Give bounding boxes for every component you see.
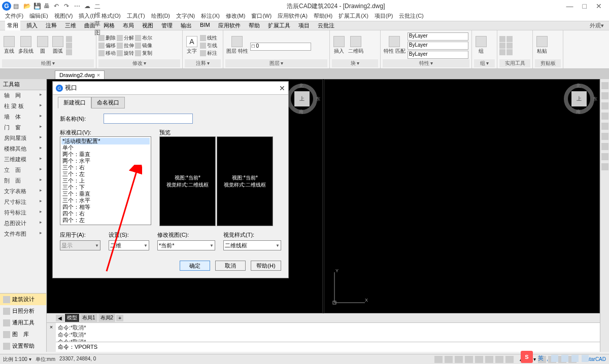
lineweight-combo[interactable]: ByLayer <box>408 51 468 59</box>
list-item[interactable]: 三个：水平 <box>61 197 150 204</box>
grid-icon[interactable] <box>445 356 453 363</box>
erase-button[interactable]: 删除 分解 布尔 <box>98 34 152 42</box>
appearance-menu[interactable]: 外观▾ <box>590 22 609 29</box>
minimize-icon[interactable]: — <box>566 2 573 10</box>
tab-view[interactable]: 视图 <box>140 21 155 30</box>
preview-pane-1[interactable]: 视图:*当前*视觉样式:二维线框 <box>159 136 216 226</box>
scale-display[interactable]: 比例 1:100 ▾ <box>3 356 31 363</box>
otrack-icon[interactable] <box>485 356 493 363</box>
list-item[interactable]: 四个：相等 <box>61 204 150 210</box>
toolbox-dimension[interactable]: 尺寸标注▸ <box>0 197 46 207</box>
list-item[interactable]: 三个：上 <box>61 177 150 184</box>
text-button[interactable]: A文字 <box>185 35 199 56</box>
rtb-icon[interactable] <box>601 92 608 99</box>
share-icon[interactable]: ⋯ <box>74 3 81 10</box>
menu-ext[interactable]: 扩展工具(X) <box>339 12 368 21</box>
color-combo[interactable]: ByLayer <box>408 32 468 41</box>
cloud-icon[interactable]: ☁ <box>84 3 91 10</box>
osnap-icon[interactable] <box>475 356 483 363</box>
ok-button[interactable]: 确定 <box>180 261 210 271</box>
ime-icon[interactable] <box>561 355 568 362</box>
list-item[interactable]: 三个：右 <box>61 164 150 171</box>
rtb-icon[interactable] <box>601 102 608 110</box>
command-input[interactable]: 命令：VPORTS <box>56 342 600 352</box>
menu-project[interactable]: 项目(P) <box>375 12 393 21</box>
menu-app[interactable]: 应用软件(A) <box>278 12 308 21</box>
ime-icon[interactable] <box>582 355 589 362</box>
applyto-select[interactable]: 显示▼ <box>60 240 100 250</box>
rtb-icon[interactable] <box>601 82 608 89</box>
toolbox-elevation[interactable]: 立 面▸ <box>0 165 46 175</box>
tab-new-vp[interactable]: 新建视口 <box>58 97 91 108</box>
menu-dimension[interactable]: 标注(X) <box>201 12 220 21</box>
toolbox-filelayout[interactable]: 文件布图▸ <box>0 229 46 239</box>
menu-draw[interactable]: 绘图(D) <box>151 12 170 21</box>
list-item[interactable]: 三个：左 <box>61 171 150 177</box>
qrcode-button[interactable]: 二维码 <box>347 35 364 56</box>
sketch-menu[interactable]: 二维草图 <box>94 3 101 10</box>
help-button[interactable]: 帮助(H) <box>251 261 281 271</box>
tab-proj[interactable]: 项目 <box>296 21 312 30</box>
viewport-right[interactable]: 上 北 南 东 Y X <box>324 79 600 313</box>
layer-properties-button[interactable]: 图层 特性 <box>225 35 249 56</box>
list-item[interactable]: 三个：下 <box>61 184 150 191</box>
list-item[interactable]: *活动模型配置* <box>61 138 150 144</box>
polar-icon[interactable] <box>465 356 473 363</box>
preview-pane-2[interactable]: 视图:*当前*视觉样式:二维线框 <box>217 136 273 226</box>
undo-icon[interactable]: ↶ <box>54 3 61 10</box>
line-button[interactable]: 直线 <box>2 35 16 56</box>
list-item[interactable]: 四个：左 <box>61 217 150 224</box>
std-viewport-list[interactable]: *活动模型配置* 单个 两个：垂直 两个：水平 三个：右 三个：左 三个：上 三… <box>60 136 151 225</box>
tbcat-library[interactable]: 图 库 <box>0 329 46 340</box>
polyline-button[interactable]: 多段线 <box>17 35 35 56</box>
rtb-icon[interactable] <box>601 133 608 140</box>
rtb-icon[interactable] <box>601 113 608 120</box>
menu-insert[interactable]: 插入(I) <box>79 12 95 21</box>
lwt-icon[interactable] <box>495 356 503 363</box>
dialog-close-icon[interactable]: ✕ <box>279 84 285 92</box>
tab-annotate[interactable]: 注释 <box>44 21 59 30</box>
visualstyle-select[interactable]: 二维线框▼ <box>223 240 281 250</box>
toolbox-stair[interactable]: 楼梯其他▸ <box>0 143 46 154</box>
ime-icon[interactable] <box>551 355 558 362</box>
tab-cloud[interactable]: 云批注 <box>316 21 336 30</box>
tab-layout[interactable]: 布局 <box>121 21 136 30</box>
tab-insert[interactable]: 插入 <box>24 21 40 30</box>
toolbox-section[interactable]: 剖 面▸ <box>0 175 46 186</box>
toolbox-general[interactable]: 总图设计▸ <box>0 218 46 229</box>
ime-bar[interactable]: 英, <box>538 354 589 362</box>
menu-edit[interactable]: 编辑(E) <box>29 12 48 21</box>
offset-button[interactable]: 偏移 拉伸 镜像 <box>98 42 152 49</box>
rtb-icon[interactable] <box>601 153 608 160</box>
ortho-icon[interactable] <box>455 356 463 363</box>
tab-output[interactable]: 输出 <box>179 21 194 30</box>
menu-help[interactable]: 帮助(H) <box>314 12 332 21</box>
cmd-close-icon[interactable]: × <box>47 323 56 352</box>
tbcat-sunshine[interactable]: 日照分析 <box>0 305 46 317</box>
toolbox-wall[interactable]: 墙 体▸ <box>0 112 46 122</box>
tbcat-building[interactable]: 建筑设计 <box>0 294 46 305</box>
tab-3d[interactable]: 三维 <box>63 21 78 30</box>
toolbox-texttable[interactable]: 文字表格▸ <box>0 186 46 197</box>
changeview-select[interactable]: *当前*▼ <box>157 240 215 250</box>
tab-manage[interactable]: 管理 <box>159 21 175 30</box>
save-icon[interactable]: 💾 <box>33 3 41 10</box>
rtb-icon[interactable] <box>601 143 608 150</box>
viewcube-left[interactable]: 上 北 南 东 <box>287 84 317 114</box>
snap-icon[interactable] <box>434 356 443 363</box>
cancel-button[interactable]: 取消 <box>215 261 246 271</box>
tab-bim[interactable]: BIM <box>198 21 212 30</box>
toolbox-column[interactable]: 柱 梁 板▸ <box>0 101 46 112</box>
list-item[interactable]: 单个 <box>61 144 150 151</box>
tab-help2[interactable]: 帮助 <box>247 21 262 30</box>
tab-extend[interactable]: 扩展工具 <box>266 21 292 30</box>
close-icon[interactable]: ✕ <box>596 2 602 10</box>
layout2-tab[interactable]: 布局2 <box>98 314 116 322</box>
tab-common[interactable]: 常用 <box>5 21 20 30</box>
tbcat-common[interactable]: 通用工具 <box>0 317 46 329</box>
list-item[interactable]: 三个：垂直 <box>61 191 150 197</box>
current-layer-combo[interactable]: □ 0 <box>250 43 311 51</box>
tab-named-vp[interactable]: 命名视口 <box>91 97 125 108</box>
toolbox-roof[interactable]: 房间屋顶▸ <box>0 133 46 143</box>
dyn-icon[interactable] <box>505 356 514 363</box>
